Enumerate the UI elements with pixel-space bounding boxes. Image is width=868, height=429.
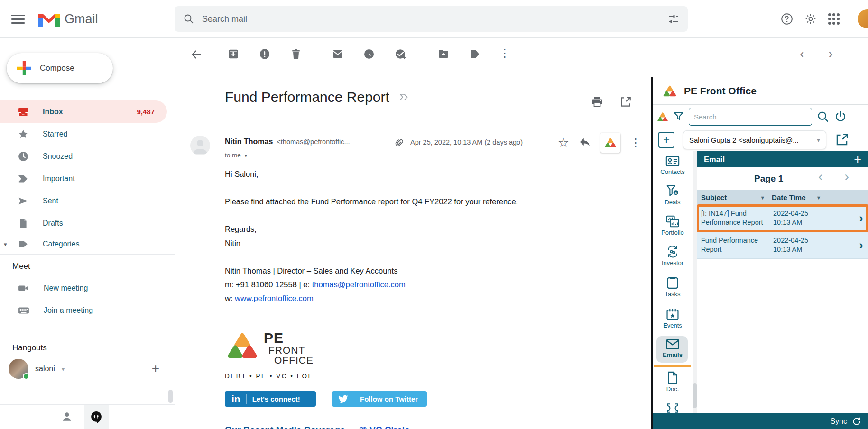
search-icon[interactable] (183, 13, 194, 25)
hangouts-username[interactable]: saloni (35, 365, 55, 373)
email-row-subject: Fund PerformanceReport (701, 236, 773, 254)
reply-icon[interactable] (579, 137, 591, 149)
delete-trash-icon[interactable] (290, 48, 303, 61)
print-icon[interactable] (591, 96, 603, 108)
search-input[interactable] (202, 14, 668, 24)
add-to-tasks-icon[interactable] (395, 48, 407, 61)
sidebar-item-snoozed[interactable]: Snoozed (0, 145, 167, 167)
compose-button[interactable]: Compose (7, 53, 113, 83)
inbox-unread-count: 9,487 (137, 108, 155, 116)
sidebar-item-label: New meeting (44, 284, 88, 292)
to-recipients-toggle[interactable]: to me ▾ (225, 152, 247, 159)
sort-datetime-icon[interactable]: ▼ (816, 195, 822, 201)
pagination-row: Page 1 ‹ › (697, 167, 868, 190)
hangouts-avatar[interactable] (9, 359, 28, 379)
add-item-icon[interactable]: + (658, 132, 674, 148)
mark-unread-icon[interactable] (332, 48, 344, 61)
move-to-folder-icon[interactable] (438, 48, 450, 61)
contacts-person-icon[interactable] (61, 411, 73, 423)
pe-logo-small-icon[interactable] (656, 111, 669, 122)
attachment-paperclip-icon (394, 137, 404, 148)
sort-subject-icon[interactable]: ▼ (760, 195, 765, 201)
prev-page-icon[interactable]: ‹ (818, 168, 823, 184)
sidebar-item-label: Inbox (43, 108, 63, 116)
sidebar-footer (0, 404, 175, 429)
rail-item-deals[interactable]: $ Deals (653, 184, 693, 206)
keyboard-icon (18, 305, 29, 316)
more-options-icon[interactable]: ⋮ (499, 46, 510, 59)
gmail-logo[interactable]: Gmail (38, 10, 98, 27)
back-arrow-icon[interactable] (190, 48, 203, 61)
sidebar-item-starred[interactable]: Starred (0, 123, 167, 145)
column-subject[interactable]: Subject (701, 193, 727, 201)
email-row[interactable]: Fund PerformanceReport 2022-04-2510:13 A… (697, 232, 868, 259)
sidebar-item-categories[interactable]: ▾ Categories (0, 234, 167, 254)
report-spam-icon[interactable] (259, 48, 271, 61)
sidebar-item-important[interactable]: Important (0, 167, 167, 190)
sender-name[interactable]: Nitin Thomas (225, 137, 273, 146)
email-body-line: Please find attached the Fund Performanc… (225, 197, 518, 206)
refresh-sync-icon (852, 417, 861, 426)
sidebar-item-sent[interactable]: Sent (0, 190, 167, 212)
meet-section-header: Meet (12, 262, 30, 271)
filter-funnel-icon[interactable] (673, 111, 684, 122)
sync-bar[interactable]: Sync (653, 413, 868, 429)
caret-down-icon[interactable]: ▾ (62, 365, 65, 373)
media-coverage-teaser[interactable]: Our Recent Media Coverage@ VC Circle (225, 425, 410, 429)
linkedin-button[interactable]: in Let's connect! (225, 391, 316, 407)
main-menu-icon[interactable] (11, 12, 25, 26)
gmail-top-bar: Gmail (0, 0, 868, 38)
column-datetime[interactable]: Date Time (772, 193, 805, 201)
sidebar-item-inbox[interactable]: Inbox 9,487 (0, 100, 167, 123)
signature-email-link[interactable]: thomas@pefrontoffice.com (312, 280, 406, 289)
settings-gear-icon[interactable] (804, 13, 817, 25)
rail-item-tasks[interactable]: Tasks (653, 276, 693, 298)
pe-module-rail: Contacts $ Deals Portfolio Investor Task… (653, 151, 693, 413)
rail-item-portfolio[interactable]: Portfolio (653, 215, 693, 236)
pe-scrollbar-track[interactable] (693, 151, 697, 413)
sidebar-item-join-meeting[interactable]: Join a meeting (0, 299, 167, 321)
sender-avatar[interactable] (190, 136, 210, 155)
snooze-icon[interactable] (363, 48, 376, 61)
hangouts-section-header: Hangouts (12, 343, 47, 353)
open-pe-app-icon[interactable] (835, 133, 849, 147)
sidebar-item-new-meeting[interactable]: New meeting (0, 277, 167, 299)
emails-envelope-icon (665, 338, 680, 350)
older-email-icon[interactable]: › (828, 46, 833, 58)
rail-item-contacts[interactable]: Contacts (653, 155, 693, 175)
pe-scrollbar-thumb[interactable] (693, 383, 697, 408)
new-conversation-icon[interactable]: + (152, 361, 159, 376)
google-apps-icon[interactable] (828, 13, 840, 25)
pe-search-submit-icon[interactable] (816, 110, 830, 123)
account-selector-dropdown[interactable]: Saloni Gupta 2 <saloniguptaiis@... ▾ (683, 130, 826, 149)
archive-icon[interactable] (228, 48, 240, 61)
pe-logo-wordmark: PE FRONT OFFICE (264, 331, 314, 365)
hangouts-tab-icon[interactable] (84, 405, 109, 429)
important-marker-outline-icon[interactable] (399, 92, 409, 102)
sidebar-scrollbar-thumb[interactable] (168, 390, 173, 403)
open-in-new-window-icon[interactable] (619, 96, 632, 108)
hangouts-contact-row[interactable]: saloni ▾ + (9, 357, 165, 380)
newer-email-icon[interactable]: ‹ (800, 46, 804, 58)
gmail-wordmark: Gmail (65, 12, 98, 27)
rail-item-documents[interactable]: Doc. (653, 371, 693, 392)
sidebar-item-drafts[interactable]: Drafts (0, 212, 167, 234)
power-logout-icon[interactable] (834, 110, 847, 123)
expand-caret-icon[interactable]: ▾ (4, 241, 7, 248)
rail-item-emails[interactable]: Emails (653, 338, 693, 358)
pe-front-office-extension-button[interactable] (600, 133, 620, 153)
twitter-button[interactable]: Follow on Twitter (332, 391, 427, 407)
rail-item-investor[interactable]: Investor (653, 245, 693, 266)
label-icon[interactable] (469, 48, 481, 61)
message-more-icon[interactable]: ⋮ (630, 136, 641, 149)
sidebar-item-label: Drafts (43, 219, 63, 228)
rail-item-events[interactable]: Events (653, 308, 693, 329)
gmail-search-bar[interactable] (175, 6, 688, 32)
next-page-icon[interactable]: › (844, 168, 849, 184)
help-icon[interactable] (781, 13, 793, 25)
search-options-icon[interactable] (668, 13, 679, 25)
pe-panel-title: PE Front Office (684, 85, 757, 97)
signature-website-link[interactable]: www.pefrontoffice.com (235, 294, 314, 302)
email-row-highlighted[interactable]: [I: IN147] FundPerformance Report 2022-0… (697, 205, 868, 232)
pe-search-input[interactable] (689, 108, 812, 126)
